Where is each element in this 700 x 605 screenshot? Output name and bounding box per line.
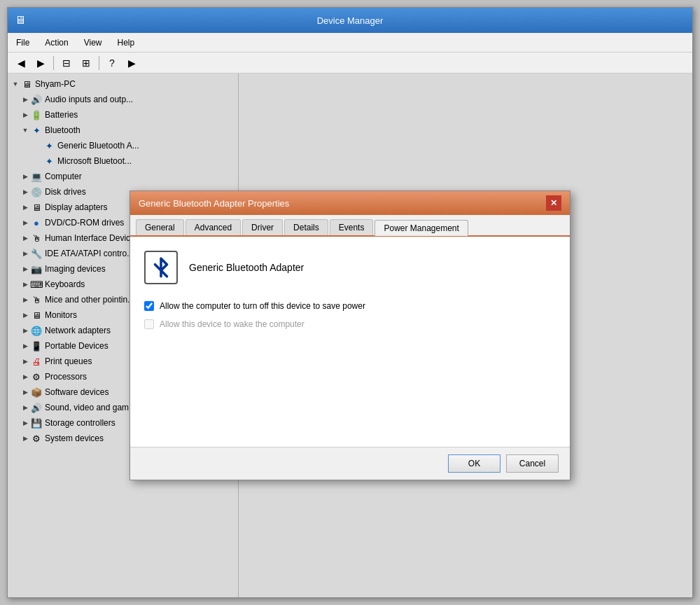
toolbar-help-btn[interactable]: ? <box>103 55 121 71</box>
tab-general[interactable]: General <box>136 219 184 235</box>
tab-driver[interactable]: Driver <box>242 219 283 235</box>
dialog-tabs: General Advanced Driver Details Events P… <box>130 215 570 237</box>
dialog-title-bar: Generic Bluetooth Adapter Properties ✕ <box>130 191 570 215</box>
toolbar-sep1 <box>53 56 54 70</box>
tab-advanced[interactable]: Advanced <box>186 219 241 235</box>
title-bar: 🖥 Device Manager <box>8 8 692 33</box>
checkbox-row-2: Allow this device to wake the computer <box>144 319 556 329</box>
toolbar: ◀ ▶ ⊟ ⊞ ? ▶ <box>8 53 692 74</box>
cancel-button[interactable]: Cancel <box>506 454 559 473</box>
menu-help[interactable]: Help <box>113 36 139 49</box>
allow-turnoff-checkbox[interactable] <box>144 301 154 311</box>
allow-turnoff-label: Allow the computer to turn off this devi… <box>160 301 365 311</box>
menu-file[interactable]: File <box>12 36 34 49</box>
checkbox-row-1: Allow the computer to turn off this devi… <box>144 301 556 311</box>
toolbar-sep2 <box>99 56 99 70</box>
ok-button[interactable]: OK <box>448 454 500 473</box>
modal-overlay: Generic Bluetooth Adapter Properties ✕ G… <box>8 74 692 597</box>
dialog-close-button[interactable]: ✕ <box>546 195 561 211</box>
toolbar-collapse-btn[interactable]: ⊟ <box>57 55 76 71</box>
bluetooth-device-icon <box>144 251 178 284</box>
device-header: Generic Bluetooth Adapter <box>144 251 556 284</box>
tab-events[interactable]: Events <box>330 219 374 235</box>
tab-details[interactable]: Details <box>284 219 328 235</box>
main-window: 🖥 Device Manager File Action View Help ◀… <box>7 7 693 598</box>
properties-dialog: Generic Bluetooth Adapter Properties ✕ G… <box>130 190 570 480</box>
app-icon: 🖥 <box>15 14 26 27</box>
toolbar-run-btn[interactable]: ▶ <box>122 55 141 71</box>
tab-power-management[interactable]: Power Management <box>374 220 468 236</box>
toolbar-expand-btn[interactable]: ⊞ <box>77 55 95 71</box>
toolbar-forward-btn[interactable]: ▶ <box>31 55 50 71</box>
content-area: ▼ 🖥 Shyam-PC ▶ 🔊 Audio inputs and outp..… <box>8 74 692 597</box>
menu-action[interactable]: Action <box>41 36 72 49</box>
toolbar-back-btn[interactable]: ◀ <box>12 55 30 71</box>
dialog-body: Generic Bluetooth Adapter Allow the comp… <box>130 237 570 447</box>
window-title: Device Manager <box>317 15 384 26</box>
menu-view[interactable]: View <box>80 36 106 49</box>
dialog-title: Generic Bluetooth Adapter Properties <box>139 198 289 209</box>
allow-wake-checkbox[interactable] <box>144 319 154 329</box>
dialog-footer: OK Cancel <box>130 447 570 480</box>
device-name: Generic Bluetooth Adapter <box>189 262 304 273</box>
menu-bar: File Action View Help <box>8 33 692 53</box>
allow-wake-label: Allow this device to wake the computer <box>160 319 304 329</box>
